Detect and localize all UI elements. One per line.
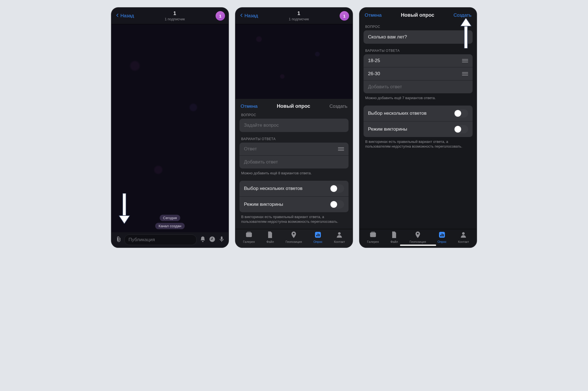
question-input[interactable]: Сколько вам лет? xyxy=(364,30,473,44)
location-icon xyxy=(290,231,298,239)
reorder-handle-icon[interactable] xyxy=(462,59,468,62)
svg-rect-6 xyxy=(319,234,320,236)
toggle-quiz[interactable] xyxy=(330,200,344,209)
question-placeholder: Задайте вопрос xyxy=(244,123,279,128)
option-value: 26-30 xyxy=(368,71,380,77)
tab-contact-label: Контакт xyxy=(458,240,469,243)
chat-background xyxy=(236,24,352,99)
location-icon xyxy=(414,231,422,239)
chat-title-block[interactable]: 1 1 подписчик xyxy=(260,11,337,21)
tab-file-label: Файл xyxy=(266,240,274,243)
sheet-title: Новый опрос xyxy=(401,12,434,18)
option-row[interactable]: 26-30 xyxy=(364,67,473,80)
quiz-hint: В викторинах есть правильный вариант отв… xyxy=(360,139,476,149)
back-button[interactable]: Назад xyxy=(115,13,134,19)
chat-title-block[interactable]: 1 1 подписчик xyxy=(136,11,213,21)
svg-rect-9 xyxy=(371,231,375,233)
question-section-label: ВОПРОС xyxy=(360,25,476,29)
avatar[interactable]: 1 xyxy=(216,11,225,21)
tab-location[interactable]: Геопозиция xyxy=(410,231,426,243)
chat-header: Назад 1 1 подписчик 1 xyxy=(236,8,352,24)
question-section-label: ВОПРОС xyxy=(236,113,352,117)
toggles-group: Выбор нескольких ответов Режим викторины xyxy=(364,106,473,137)
back-button[interactable]: Назад xyxy=(239,13,258,19)
avatar-text: 1 xyxy=(343,14,345,18)
poll-sheet[interactable]: ВОПРОС Задайте вопрос ВАРИАНТЫ ОТВЕТА От… xyxy=(236,113,352,229)
tab-contact[interactable]: Контакт xyxy=(334,231,345,243)
options-section-label: ВАРИАНТЫ ОТВЕТА xyxy=(360,49,476,53)
screen-poll-filled: Отмена Новый опрос Создать ВОПРОС Скольк… xyxy=(359,7,477,248)
file-icon xyxy=(390,231,398,239)
svg-rect-11 xyxy=(440,235,441,236)
tab-file[interactable]: Файл xyxy=(390,231,398,243)
reorder-handle-icon[interactable] xyxy=(338,147,344,151)
chat-title: 1 xyxy=(260,11,337,16)
toggle-quiz-row: Режим викторины xyxy=(239,196,349,212)
toggle-quiz-row: Режим викторины xyxy=(364,121,473,137)
chat-subtitle: 1 подписчик xyxy=(136,17,213,21)
message-input-bar: Публикация xyxy=(112,232,228,247)
tab-gallery-label: Галерея xyxy=(243,240,255,243)
toggle-quiz[interactable] xyxy=(454,125,468,133)
tab-poll[interactable]: Опрос xyxy=(438,231,446,243)
quiz-hint: В викторинах есть правильный вариант отв… xyxy=(236,214,352,224)
silent-icon[interactable] xyxy=(199,236,206,244)
gallery-icon xyxy=(369,231,377,239)
add-option-input[interactable]: Добавить ответ xyxy=(239,155,349,168)
svg-point-14 xyxy=(462,232,465,235)
message-input-placeholder: Публикация xyxy=(129,237,155,242)
back-label: Назад xyxy=(120,13,134,19)
poll-icon xyxy=(314,231,322,239)
contact-icon xyxy=(335,231,343,239)
add-option-placeholder: Добавить ответ xyxy=(244,159,278,165)
screen-poll-empty: Назад 1 1 подписчик 1 Отмена Новый опрос… xyxy=(235,7,353,248)
tab-gallery[interactable]: Галерея xyxy=(367,231,379,243)
date-pill: Сегодня xyxy=(160,215,180,221)
cancel-button[interactable]: Отмена xyxy=(365,13,382,18)
contact-icon xyxy=(459,231,467,239)
chevron-back-icon xyxy=(239,13,244,19)
toggle-multi-row: Выбор нескольких ответов xyxy=(239,181,349,196)
tab-poll[interactable]: Опрос xyxy=(313,231,322,243)
tab-location[interactable]: Геопозиция xyxy=(286,231,302,243)
chat-header: Назад 1 1 подписчик 1 xyxy=(112,8,228,24)
attach-icon[interactable] xyxy=(115,236,122,244)
create-button[interactable]: Создать xyxy=(329,104,347,109)
toggles-group: Выбор нескольких ответов Режим викторины xyxy=(239,181,349,212)
tab-gallery[interactable]: Галерея xyxy=(243,231,255,243)
svg-rect-5 xyxy=(318,233,318,236)
file-icon xyxy=(266,231,274,239)
chat-body[interactable]: Сегодня Канал создан xyxy=(112,24,228,232)
create-button[interactable]: Создать xyxy=(453,13,471,18)
screen-chat: Назад 1 1 подписчик 1 Сегодня Канал созд… xyxy=(111,7,229,248)
cancel-button[interactable]: Отмена xyxy=(241,104,258,109)
add-option-input[interactable]: Добавить ответ xyxy=(364,80,473,93)
poll-sheet-header: Отмена Новый опрос Создать xyxy=(360,8,476,22)
reorder-handle-icon[interactable] xyxy=(462,72,468,75)
poll-sheet[interactable]: ВОПРОС Сколько вам лет? ВАРИАНТЫ ОТВЕТА … xyxy=(360,22,476,229)
toggle-multi-row: Выбор нескольких ответов xyxy=(364,106,473,121)
toggle-multi[interactable] xyxy=(330,184,344,193)
tab-contact[interactable]: Контакт xyxy=(458,231,469,243)
toggle-multi[interactable] xyxy=(454,109,468,118)
attach-tabbar: Галерея Файл Геопозиция Опрос Контакт xyxy=(236,229,352,247)
gallery-icon xyxy=(245,231,253,239)
chat-subtitle: 1 подписчик xyxy=(260,17,337,21)
avatar[interactable]: 1 xyxy=(340,11,349,21)
svg-point-7 xyxy=(338,232,341,235)
schedule-icon[interactable] xyxy=(209,236,216,244)
option-input[interactable]: Ответ xyxy=(239,143,349,155)
tab-gallery-label: Галерея xyxy=(367,240,379,243)
option-row[interactable]: 18-25 xyxy=(364,54,473,67)
options-section-label: ВАРИАНТЫ ОТВЕТА xyxy=(236,137,352,141)
question-input[interactable]: Задайте вопрос xyxy=(239,119,349,132)
mic-icon[interactable] xyxy=(218,236,225,244)
tab-file[interactable]: Файл xyxy=(266,231,274,243)
svg-rect-8 xyxy=(370,233,376,237)
message-input[interactable]: Публикация xyxy=(124,234,197,245)
toggle-multi-label: Выбор нескольких ответов xyxy=(368,111,427,116)
option-value: 18-25 xyxy=(368,58,380,63)
options-group: Ответ Добавить ответ xyxy=(239,143,349,168)
tab-location-label: Геопозиция xyxy=(410,240,426,243)
home-indicator xyxy=(400,245,436,246)
